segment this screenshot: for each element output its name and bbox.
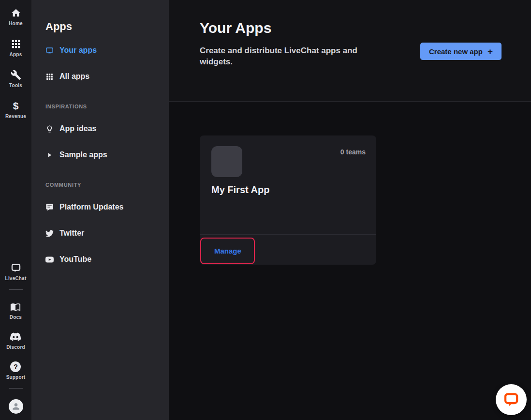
sidebar-item-label: App ideas (59, 124, 96, 133)
rail-top-group: Home Apps Tools $ Revenue (5, 0, 26, 119)
sidebar-item-all-apps[interactable]: All apps (45, 72, 169, 81)
message-square-icon (45, 203, 54, 211)
rail-item-tools[interactable]: Tools (5, 70, 26, 88)
rail-item-revenue[interactable]: $ Revenue (5, 101, 26, 119)
dollar-icon: $ (13, 101, 19, 111)
main-content: Your Apps Create and distribute LiveChat… (169, 0, 531, 420)
sidebar-item-label: Platform Updates (59, 203, 123, 211)
question-glyph: ? (14, 363, 18, 371)
monitor-icon (45, 46, 54, 55)
developer-console-app: Home Apps Tools $ Revenue (0, 0, 531, 420)
sidebar-item-app-ideas[interactable]: App ideas (45, 124, 169, 133)
rail-item-discord[interactable]: Discord (6, 331, 25, 350)
create-button-label: Create new app (429, 47, 483, 56)
page-subtitle: Create and distribute LiveChat apps and … (200, 45, 371, 68)
rail-item-label: Apps (10, 52, 22, 57)
card-footer-divider (200, 234, 376, 235)
wrench-icon (11, 70, 21, 80)
question-mark-icon: ? (10, 361, 21, 372)
sidebar-item-your-apps[interactable]: Your apps (45, 46, 169, 55)
sidebar-section-community: COMMUNITY (45, 182, 169, 188)
manage-button[interactable]: Manage (214, 247, 241, 255)
rail-item-label: Support (6, 375, 26, 380)
app-name: My First App (211, 184, 269, 195)
sidebar-item-sample-apps[interactable]: Sample apps (45, 150, 169, 159)
sidebar-item-label: All apps (59, 72, 89, 81)
rail-item-label: Tools (9, 83, 22, 88)
person-icon (11, 402, 21, 411)
rail-divider (9, 388, 23, 389)
page-title: Your Apps (200, 20, 271, 36)
page-header: Your Apps Create and distribute LiveChat… (169, 0, 531, 102)
chevron-right-icon (45, 151, 54, 159)
discord-icon (10, 331, 21, 342)
apps-sidebar: Apps Your apps All apps INSPIRATIONS App… (31, 0, 169, 420)
sidebar-section-inspirations: INSPIRATIONS (45, 104, 169, 109)
rail-item-label: LiveChat (5, 276, 27, 281)
plus-icon: + (487, 47, 493, 56)
sidebar-item-label: YouTube (59, 255, 91, 264)
rail-item-support[interactable]: ? Support (6, 361, 26, 380)
apps-grid-icon (11, 39, 21, 49)
teams-count-badge: 0 teams (340, 148, 366, 156)
rail-bottom-group: LiveChat Docs Discord ? Support (5, 263, 27, 420)
sidebar-item-platform-updates[interactable]: Platform Updates (45, 203, 169, 211)
lightbulb-icon (45, 125, 54, 133)
rail-divider (9, 289, 23, 290)
grid-icon (45, 73, 54, 81)
twitter-icon (45, 229, 54, 238)
book-icon (10, 301, 21, 312)
sidebar-item-label: Sample apps (59, 150, 107, 159)
rail-item-label: Docs (10, 315, 22, 320)
app-card[interactable]: 0 teams My First App Manage (200, 135, 376, 265)
sidebar-item-label: Your apps (59, 46, 97, 55)
rail-item-label: Home (9, 21, 23, 26)
sidebar-item-twitter[interactable]: Twitter (45, 229, 169, 238)
rail-item-livechat[interactable]: LiveChat (5, 263, 27, 281)
user-avatar[interactable] (9, 399, 23, 414)
livechat-widget-icon (503, 391, 519, 408)
create-new-app-button[interactable]: Create new app + (420, 43, 502, 60)
home-icon (11, 8, 21, 18)
sidebar-item-youtube[interactable]: YouTube (45, 255, 169, 264)
sidebar-item-label: Twitter (59, 229, 84, 238)
livechat-bubble-icon (11, 263, 21, 273)
rail-item-docs[interactable]: Docs (10, 301, 22, 320)
icon-rail: Home Apps Tools $ Revenue (0, 0, 31, 420)
app-thumbnail-placeholder (211, 146, 242, 177)
livechat-widget-button[interactable] (496, 384, 527, 415)
youtube-icon (45, 255, 54, 264)
rail-item-home[interactable]: Home (5, 8, 26, 26)
rail-item-label: Discord (6, 345, 25, 350)
rail-item-label: Revenue (5, 114, 26, 119)
rail-item-apps[interactable]: Apps (5, 39, 26, 57)
sidebar-title: Apps (45, 20, 169, 33)
